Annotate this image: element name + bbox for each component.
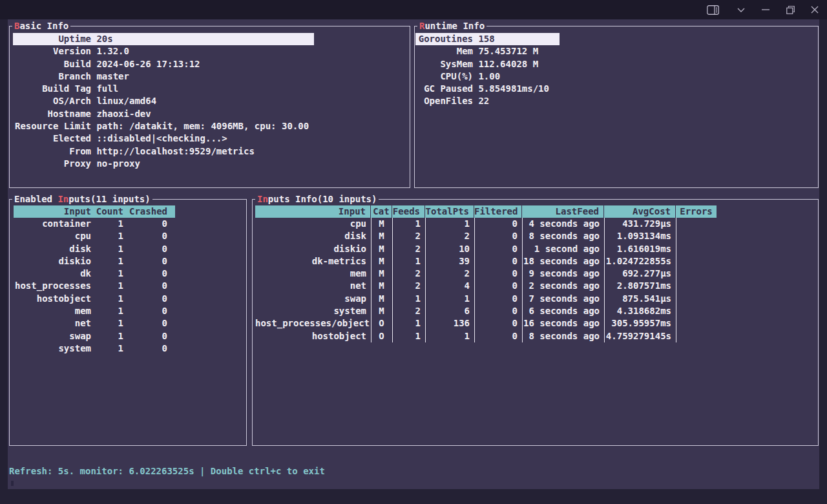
- title-accent: In: [58, 194, 68, 204]
- cell-input: mem: [255, 268, 371, 280]
- cell-input: swap: [255, 293, 371, 305]
- cell-filtered: 0: [474, 317, 522, 330]
- kv-value: path: /datakit, mem: 4096MB, cpu: 30.00: [96, 120, 309, 132]
- panel-runtime-info-title: Runtime Info: [417, 20, 487, 32]
- chevron-down-icon[interactable]: [729, 0, 753, 19]
- col-header-input: Input: [14, 205, 91, 218]
- kv-value: 2024-06-26 17:13:12: [96, 58, 200, 70]
- cell-errors: [676, 293, 717, 305]
- kv-label: Proxy: [13, 158, 91, 170]
- cell-input: mem: [14, 305, 91, 317]
- kv-value: 20s: [96, 33, 112, 45]
- cell-errors: [676, 230, 717, 242]
- window-titlebar: [0, 0, 827, 19]
- kv-row: SysMem 112.64028 M: [415, 58, 560, 70]
- cell-crashed: 0: [123, 317, 167, 330]
- table-row: swap M 1 1 0 7 seconds ago 875.541µs: [255, 293, 717, 305]
- cell-count: 1: [91, 330, 123, 342]
- enabled-inputs-table-body: container 1 0 cpu 1 0 disk 1 0 diskio 1: [14, 218, 175, 355]
- col-header-lastfeed: LastFeed: [522, 205, 604, 218]
- kv-row: Build Tag full: [13, 83, 314, 95]
- cell-crashed: 0: [123, 293, 167, 305]
- kv-label: From: [13, 145, 91, 158]
- cell-feeds: 1: [392, 293, 425, 305]
- table-row: host_processes 1 0: [14, 280, 175, 292]
- cell-input: hostobject: [14, 293, 91, 305]
- kv-label: Elected: [13, 132, 91, 145]
- table-row: net 1 0: [14, 317, 175, 330]
- cell-errors: [676, 280, 717, 292]
- cell-input: system: [255, 305, 371, 317]
- kv-row: Version 1.32.0: [13, 45, 314, 58]
- table-row: diskio 1 0: [14, 255, 175, 268]
- table-row: mem M 2 2 0 9 seconds ago 692.277µs: [255, 268, 717, 280]
- cell-avgcost: 2.807571ms: [604, 280, 676, 292]
- cell-count: 1: [91, 218, 123, 230]
- terminal-screen[interactable]: Basic Info Uptime 20s Version 1.32.0 Bui…: [8, 19, 819, 489]
- kv-value: zhaoxi-dev: [96, 108, 151, 120]
- kv-row: Resource Limit path: /datakit, mem: 4096…: [13, 120, 314, 132]
- close-button[interactable]: [802, 0, 827, 19]
- app-window: Basic Info Uptime 20s Version 1.32.0 Bui…: [0, 0, 827, 504]
- cell-errors: [676, 218, 717, 230]
- kv-value: ::disabled|<checking...>: [96, 132, 227, 145]
- cell-cat: M: [371, 305, 392, 317]
- cell-totalpts: 136: [425, 317, 474, 330]
- cell-crashed: 0: [123, 330, 167, 342]
- cell-crashed: 0: [123, 255, 167, 268]
- cell-totalpts: 39: [425, 255, 474, 268]
- cell-feeds: 2: [392, 230, 425, 242]
- cell-errors: [676, 243, 717, 255]
- col-header-filtered: Filtered: [474, 205, 522, 218]
- cell-input: diskio: [255, 243, 371, 255]
- cell-count: 1: [91, 255, 123, 268]
- table-row: system M 2 6 0 6 seconds ago 4.318682ms: [255, 305, 717, 317]
- table-row: host_processes/object O 1 136 0 16 secon…: [255, 317, 717, 330]
- cell-input: net: [14, 317, 91, 330]
- kv-label: Build Tag: [13, 83, 91, 95]
- table-row: disk M 2 2 0 8 seconds ago 1.093134ms: [255, 230, 717, 242]
- inputs-info-table-body: cpu M 1 1 0 4 seconds ago 431.729µs disk…: [255, 218, 717, 342]
- cell-lastfeed: 2 seconds ago: [522, 280, 604, 292]
- cell-count: 1: [91, 317, 123, 330]
- cell-crashed: 0: [123, 218, 167, 230]
- cell-crashed: 0: [123, 268, 167, 280]
- kv-label: GC Paused: [415, 83, 473, 95]
- kv-label: OS/Arch: [13, 95, 91, 107]
- column-separator: [604, 218, 605, 342]
- title-rest: puts Info(10 inputs): [268, 194, 377, 204]
- cell-input: hostobject: [255, 330, 371, 342]
- cell-totalpts: 10: [425, 243, 474, 255]
- cell-lastfeed: 4 seconds ago: [522, 218, 604, 230]
- kv-label: CPU(%): [415, 70, 473, 83]
- cell-avgcost: 1.024722855s: [604, 255, 676, 268]
- cell-feeds: 2: [392, 243, 425, 255]
- cell-filtered: 0: [474, 243, 522, 255]
- cell-cat: O: [371, 317, 392, 330]
- cell-crashed: 0: [123, 243, 167, 255]
- column-separator: [474, 218, 475, 342]
- kv-row: Elected ::disabled|<checking...>: [13, 132, 314, 145]
- kv-value: 75.453712 M: [478, 45, 538, 58]
- table-row: dk 1 0: [14, 268, 175, 280]
- kv-label: Resource Limit: [13, 120, 91, 132]
- title-rest: puts(11 inputs): [68, 194, 150, 204]
- cell-errors: [676, 305, 717, 317]
- enabled-inputs-table: Input Count Crashed container 1 0 cpu 1 …: [14, 205, 175, 355]
- cell-cat: O: [371, 330, 392, 342]
- table-row: cpu M 1 1 0 4 seconds ago 431.729µs: [255, 218, 717, 230]
- table-row: swap 1 0: [14, 330, 175, 342]
- terminal-cursor: [11, 481, 14, 486]
- col-header-input: Input: [255, 205, 371, 218]
- basic-info-list: Uptime 20s Version 1.32.0 Build 2024-06-…: [13, 33, 314, 170]
- column-separator: [425, 218, 426, 342]
- panel-basic-info: Basic Info Uptime 20s Version 1.32.0 Bui…: [9, 26, 410, 188]
- col-header-totalpts: TotalPts: [425, 205, 474, 218]
- cell-lastfeed: 18 seconds ago: [522, 255, 604, 268]
- restore-button[interactable]: [778, 0, 802, 19]
- cell-crashed: 0: [123, 230, 167, 242]
- minimize-button[interactable]: [753, 0, 778, 19]
- terminal-pane-icon[interactable]: [700, 0, 725, 19]
- cell-feeds: 2: [392, 280, 425, 292]
- kv-row: GC Paused 5.854981ms/10: [415, 83, 560, 95]
